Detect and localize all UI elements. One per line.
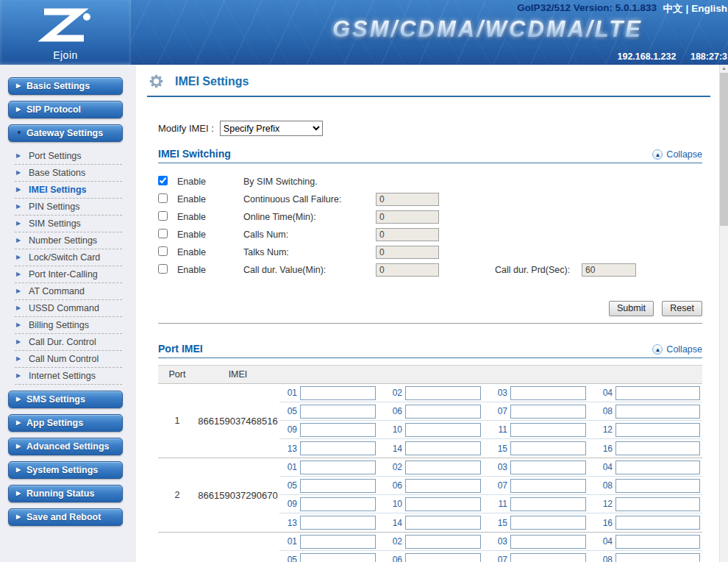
imei-slot-input-3-07[interactable] (510, 553, 586, 562)
sidebar-item-base-stations[interactable]: ▶Base Stations (15, 165, 122, 182)
imei-slot-input-1-16[interactable] (615, 441, 700, 455)
imei-slot-input-2-13[interactable] (300, 516, 376, 530)
value-input-call-dur-prd-sec[interactable] (582, 263, 636, 277)
submit-button[interactable]: Submit (609, 301, 654, 316)
slot-number-label: 16 (595, 518, 613, 528)
imei-slot-input-2-12[interactable] (615, 497, 700, 511)
enable-checkbox-call-dur-value-min[interactable] (158, 264, 168, 274)
sidebar-button-basic-settings[interactable]: ▶Basic Settings (8, 77, 123, 95)
imei-slot-input-2-01[interactable] (300, 460, 376, 474)
imei-slot-input-1-12[interactable] (615, 423, 700, 437)
sidebar-item-billing-settings[interactable]: ▶Billing Settings (15, 317, 122, 334)
sidebar-button-system-settings[interactable]: ▶System Settings (8, 461, 123, 479)
imei-slot-input-1-09[interactable] (300, 423, 376, 437)
sidebar-item-lock-switch-card[interactable]: ▶Lock/Switch Card (15, 249, 122, 266)
scrollbar-thumb[interactable] (720, 73, 728, 226)
enable-checkbox-calls-num[interactable] (158, 229, 168, 238)
imei-slot-input-3-06[interactable] (405, 553, 481, 562)
imei-slot-input-1-07[interactable] (510, 405, 586, 419)
sidebar-item-call-dur-control[interactable]: ▶Call Dur. Control (15, 334, 122, 351)
enable-label: Enable (177, 177, 243, 187)
value-input-call-dur-value-min[interactable] (376, 263, 439, 277)
imei-slot-input-2-06[interactable] (405, 479, 481, 493)
value-input-continuous-call-failure[interactable] (376, 193, 439, 206)
vertical-scrollbar[interactable]: ▲ (719, 65, 728, 562)
imei-slot-input-2-07[interactable] (510, 479, 586, 493)
port-imei-value: 866159037290670 (196, 490, 279, 501)
lang-en-link[interactable]: English (691, 3, 727, 14)
imei-slot-input-1-13[interactable] (300, 441, 376, 455)
imei-slot-input-1-04[interactable] (615, 386, 700, 400)
imei-slot-input-1-14[interactable] (405, 441, 481, 455)
slot-cell: 05 (279, 553, 385, 562)
imei-slot-input-2-15[interactable] (510, 516, 586, 530)
imei-slot-input-2-10[interactable] (405, 497, 481, 511)
imei-slot-input-1-15[interactable] (510, 441, 586, 455)
modify-imei-select[interactable]: Specify Prefix (220, 121, 323, 136)
imei-slot-input-2-02[interactable] (405, 460, 481, 474)
imei-slot-input-3-05[interactable] (300, 553, 376, 562)
lang-zh-link[interactable]: 中文 (663, 3, 682, 14)
sidebar-button-sip-protocol[interactable]: ▶SIP Protocol (8, 101, 123, 118)
value-input-online-time-min[interactable] (376, 210, 439, 224)
imei-slot-input-2-08[interactable] (615, 479, 700, 493)
sidebar-item-internet-settings[interactable]: ▶Internet Settings (15, 368, 122, 385)
sidebar-button-app-settings[interactable]: ▶App Settings (8, 414, 123, 432)
imei-slot-input-2-04[interactable] (615, 460, 700, 474)
arrow-right-icon: ▶ (16, 334, 21, 350)
imei-slot-input-1-11[interactable] (510, 423, 586, 437)
sidebar-item-imei-settings[interactable]: ▶IMEI Settings (15, 182, 122, 199)
imei-slot-input-1-06[interactable] (405, 405, 481, 419)
sidebar-item-ussd-command[interactable]: ▶USSD Command (15, 300, 122, 317)
imei-slot-input-1-08[interactable] (615, 405, 700, 419)
arrow-right-icon: ▶ (16, 266, 21, 282)
imei-slot-input-2-05[interactable] (300, 479, 376, 493)
sidebar-button-running-status[interactable]: ▶Running Status (8, 485, 123, 502)
sidebar-item-port-inter-calling[interactable]: ▶Port Inter-Calling (15, 266, 122, 283)
scroll-up-icon[interactable]: ▲ (720, 65, 728, 72)
slot-number-label: 06 (385, 406, 402, 416)
imei-slot-input-3-04[interactable] (615, 535, 700, 549)
imei-slot-input-2-11[interactable] (510, 497, 586, 511)
sidebar-button-save-and-reboot[interactable]: ▶Save and Reboot (8, 508, 123, 526)
sidebar-item-pin-settings[interactable]: ▶PIN Settings (15, 199, 122, 216)
sidebar-item-sim-settings[interactable]: ▶SIM Settings (15, 216, 122, 232)
slot-number-label: 15 (490, 518, 507, 528)
imei-slot-input-3-01[interactable] (300, 535, 376, 549)
sidebar-button-label: Advanced Settings (26, 441, 110, 452)
imei-slot-input-1-05[interactable] (300, 405, 376, 419)
sidebar-button-advanced-settings[interactable]: ▶Advanced Settings (8, 438, 123, 455)
value-input-talks-num[interactable] (376, 246, 439, 259)
sidebar-item-label: Call Num Control (29, 354, 99, 364)
reset-button[interactable]: Reset (662, 301, 702, 316)
imei-slot-input-2-14[interactable] (405, 516, 481, 530)
imei-slot-input-1-10[interactable] (405, 423, 481, 437)
sidebar-button-gateway-settings[interactable]: ▼Gateway Settings (8, 124, 123, 142)
value-input-calls-num[interactable] (376, 228, 439, 241)
imei-slot-input-1-02[interactable] (405, 386, 481, 400)
sidebar-item-at-command[interactable]: ▶AT Command (15, 283, 122, 300)
sidebar-item-number-settings[interactable]: ▶Number Settings (15, 232, 122, 249)
imei-slot-input-2-16[interactable] (615, 516, 700, 530)
imei-slot-input-2-09[interactable] (300, 497, 376, 511)
sidebar-item-call-num-control[interactable]: ▶Call Num Control (15, 351, 122, 368)
slot-number-label: 05 (279, 480, 297, 491)
imei-switching-collapse-link[interactable]: ▲ Collapse (652, 149, 702, 160)
arrow-right-icon: ▶ (16, 165, 21, 181)
imei-slot-input-3-02[interactable] (405, 535, 481, 549)
logo-block[interactable]: Ejoin (0, 0, 131, 65)
imei-slot-input-3-08[interactable] (615, 553, 700, 562)
enable-checkbox-online-time-min[interactable] (158, 211, 168, 221)
enable-checkbox-talks-num[interactable] (158, 246, 168, 256)
port-imei-collapse-link[interactable]: ▲ Collapse (652, 344, 702, 355)
slot-number-label: 10 (385, 424, 402, 435)
sidebar-item-port-settings[interactable]: ▶Port Settings (15, 148, 122, 165)
enable-checkbox-continuous-call-failure[interactable] (158, 193, 168, 203)
imei-slot-input-1-03[interactable] (510, 386, 586, 400)
imei-slot-input-2-03[interactable] (510, 460, 586, 474)
sidebar-button-sms-settings[interactable]: ▶SMS Settings (8, 391, 123, 408)
enable-checkbox-by-sim-switching[interactable] (158, 176, 168, 185)
imei-slot-input-1-01[interactable] (300, 386, 376, 400)
sidebar-button-label: Basic Settings (26, 81, 90, 91)
imei-slot-input-3-03[interactable] (510, 535, 586, 549)
